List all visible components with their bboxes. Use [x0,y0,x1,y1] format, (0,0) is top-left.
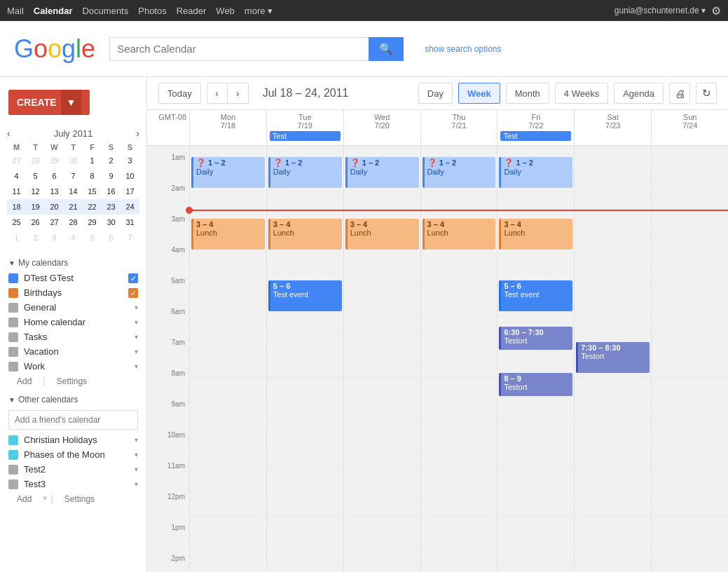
my-calendar-item[interactable]: Birthdays✓ [0,285,146,300]
my-calendars-section[interactable]: ▼ My calendars [0,252,146,271]
add-calendar-link[interactable]: Add [8,375,40,388]
calendar-checkbox[interactable]: ✓ [128,288,138,298]
my-calendar-item[interactable]: Tasks▾ [0,329,146,344]
calendar-checkbox[interactable]: ✓ [128,273,138,283]
mini-cal-day[interactable]: 29 [45,153,64,168]
prev-button[interactable]: ‹ [207,83,228,104]
calendar-dropdown-arrow[interactable]: ▾ [135,333,138,341]
my-calendar-item[interactable]: Home calendar▾ [0,315,146,329]
nav-mail[interactable]: Mail [7,6,24,16]
day-view-button[interactable]: Day [418,83,453,104]
calendar-dropdown-arrow[interactable]: ▾ [135,465,138,473]
mini-cal-day[interactable]: 19 [26,199,45,214]
mini-cal-day[interactable]: 16 [102,184,121,199]
calendar-event[interactable]: ❓ 1 – 2Daily [423,157,496,188]
mini-cal-day[interactable]: 3 [121,153,139,168]
calendar-event[interactable]: 5 – 6Test event [268,280,342,311]
mini-cal-day[interactable]: 14 [64,184,83,199]
mini-cal-day[interactable]: 10 [121,168,139,184]
calendar-event[interactable]: 3 – 4Lunch [499,219,572,250]
calendar-dropdown-arrow[interactable]: ▾ [135,348,138,355]
nav-reader[interactable]: Reader [177,6,207,16]
calendar-event[interactable]: 3 – 4Lunch [268,219,342,250]
calendar-event[interactable]: 3 – 4Lunch [345,219,419,250]
mini-cal-day[interactable]: 6 [102,230,121,245]
calendar-event[interactable]: 8 – 9Testort [499,373,572,396]
mini-cal-day[interactable]: 27 [7,153,26,168]
mini-cal-day[interactable]: 2 [26,230,45,245]
mini-cal-day[interactable]: 7 [64,168,83,184]
mini-cal-day[interactable]: 24 [121,199,139,214]
calendar-event[interactable]: 3 – 4Lunch [191,219,265,250]
mini-cal-day[interactable]: 22 [83,199,102,214]
my-calendar-item[interactable]: Vacation▾ [0,344,146,359]
mini-cal-day[interactable]: 8 [83,168,102,184]
today-button[interactable]: Today [158,83,201,104]
calendar-dropdown-arrow[interactable]: ▾ [135,318,138,326]
mini-cal-day[interactable]: 21 [64,199,83,214]
week-view-button[interactable]: Week [458,83,500,104]
header-event[interactable]: Test [500,131,571,141]
nav-documents[interactable]: Documents [82,6,128,16]
refresh-button[interactable]: ↻ [696,83,717,104]
four-weeks-button[interactable]: 4 Weeks [555,83,608,104]
print-button[interactable]: 🖨 [669,83,690,104]
next-button[interactable]: › [228,83,249,104]
calendar-dropdown-arrow[interactable]: ▾ [135,304,138,311]
calendar-dropdown-arrow[interactable]: ▾ [135,362,138,370]
mini-cal-day[interactable]: 28 [64,214,83,230]
mini-cal-day[interactable]: 29 [83,214,102,230]
create-button[interactable]: CREATE ▼ [8,90,90,115]
show-search-options[interactable]: show search options [425,44,501,54]
mini-cal-prev[interactable]: ‹ [7,128,11,139]
calendar-event[interactable]: 3 – 4Lunch [423,219,496,250]
calendar-settings-link[interactable]: Settings [48,375,95,388]
mini-cal-day[interactable]: 7 [121,230,139,245]
create-dropdown-arrow[interactable]: ▼ [61,90,82,115]
other-calendar-item[interactable]: Test2▾ [0,462,146,477]
calendar-event[interactable]: 6:30 – 7:30Testort [499,327,572,350]
mini-cal-day[interactable]: 23 [102,199,121,214]
mini-cal-day[interactable]: 1 [7,230,26,245]
mini-cal-day[interactable]: 5 [26,168,45,184]
calendar-event[interactable]: 7:30 – 8:30Testort [576,342,650,373]
calendar-event[interactable]: ❓ 1 – 2Daily [268,157,342,188]
mini-cal-day[interactable]: 18 [7,199,26,214]
calendar-dropdown-arrow[interactable]: ▾ [135,451,138,458]
calendar-event[interactable]: ❓ 1 – 2Daily [345,157,419,188]
my-calendar-item[interactable]: General▾ [0,300,146,315]
mini-cal-day[interactable]: 27 [45,214,64,230]
other-calendar-item[interactable]: Christian Holidays▾ [0,433,146,447]
other-calendar-item[interactable]: Test3▾ [0,477,146,491]
add-other-calendar-link[interactable]: Add [8,493,40,505]
mini-cal-day[interactable]: 3 [45,230,64,245]
mini-cal-day[interactable]: 1 [83,153,102,168]
mini-cal-day[interactable]: 30 [102,214,121,230]
time-grid-wrapper[interactable]: 1am2am3am4am5am6am7am8am9am10am11am12pm1… [147,146,728,572]
nav-more[interactable]: more ▾ [245,6,273,16]
gear-icon[interactable]: ⚙ [711,4,721,18]
mini-cal-day[interactable]: 31 [121,214,139,230]
my-calendar-item[interactable]: DTest GTest✓ [0,271,146,285]
mini-cal-next[interactable]: › [136,128,139,139]
mini-cal-day[interactable]: 15 [83,184,102,199]
mini-cal-day[interactable]: 28 [26,153,45,168]
user-email[interactable]: gunia@schunternet.de ▾ [614,6,706,15]
header-event[interactable]: Test [270,131,341,141]
agenda-button[interactable]: Agenda [614,83,664,104]
search-input[interactable] [109,37,369,61]
mini-cal-day[interactable]: 30 [64,153,83,168]
mini-cal-day[interactable]: 25 [7,214,26,230]
nav-photos[interactable]: Photos [138,6,166,16]
mini-cal-day[interactable]: 2 [102,153,121,168]
mini-cal-day[interactable]: 4 [64,230,83,245]
month-view-button[interactable]: Month [506,83,549,104]
mini-cal-day[interactable]: 11 [7,184,26,199]
my-calendar-item[interactable]: Work▾ [0,359,146,374]
calendar-event[interactable]: 5 – 6Test event [499,280,572,311]
calendar-event[interactable]: ❓ 1 – 2Daily [499,157,572,188]
mini-cal-day[interactable]: 12 [26,184,45,199]
mini-cal-day[interactable]: 20 [45,199,64,214]
add-friend-input[interactable] [8,410,138,430]
calendar-dropdown-arrow[interactable]: ▾ [135,480,138,488]
